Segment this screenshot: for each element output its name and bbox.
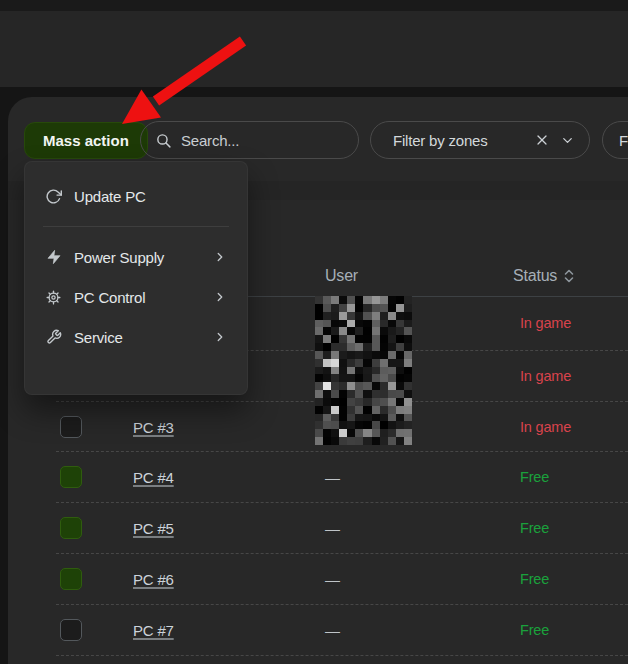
search-icon (155, 132, 172, 149)
pc-link[interactable]: PC #5 (133, 520, 174, 537)
search-field[interactable] (140, 121, 359, 159)
mass-action-button[interactable]: Mass action (24, 122, 148, 159)
status-label: Free (520, 469, 549, 485)
table-row: PC #6 — Free (56, 554, 628, 605)
menu-item-label: PC Control (74, 289, 213, 306)
mass-action-menu: Update PC Power Supply (24, 161, 248, 395)
user-cell: — (325, 520, 340, 537)
search-input[interactable] (181, 132, 331, 149)
chevron-right-icon (213, 250, 227, 264)
top-bar (0, 11, 628, 87)
zone-filter-dropdown[interactable]: Filter by zones (370, 121, 590, 159)
status-label: In game (520, 419, 571, 435)
clear-filter-icon[interactable] (534, 132, 550, 148)
row-checkbox[interactable] (60, 466, 82, 488)
menu-item-label: Power Supply (74, 249, 213, 266)
user-cell: — (325, 622, 340, 639)
menu-item-label: Update PC (74, 188, 227, 205)
table-row: PC #7 — Free (56, 605, 628, 656)
censored-user-image (315, 296, 412, 445)
menu-item-service[interactable]: Service (25, 317, 247, 357)
window-top-strip (0, 0, 628, 11)
lightning-icon (45, 249, 62, 265)
user-cell: — (325, 469, 340, 486)
pc-link[interactable]: PC #4 (133, 469, 174, 486)
menu-item-power-supply[interactable]: Power Supply (25, 237, 247, 277)
column-header-status[interactable]: Status (513, 267, 574, 285)
menu-item-pc-control[interactable]: PC Control (25, 277, 247, 317)
chevron-right-icon (213, 330, 227, 344)
pc-link[interactable]: PC #3 (133, 418, 174, 435)
app-window: Mass action Filter by zones F User Statu… (0, 0, 628, 664)
row-checkbox[interactable] (60, 568, 82, 590)
table-row: PC #5 — Free (56, 503, 628, 554)
row-checkbox[interactable] (60, 619, 82, 641)
status-label: In game (520, 368, 571, 384)
gear-icon (45, 289, 62, 306)
status-label: Free (520, 520, 549, 536)
row-checkbox[interactable] (60, 517, 82, 539)
refresh-icon (45, 188, 62, 205)
partial-filter-label: F (619, 132, 628, 149)
row-checkbox[interactable] (60, 416, 82, 438)
status-label: In game (520, 315, 571, 331)
column-header-status-label: Status (513, 267, 557, 285)
chevron-down-icon[interactable] (560, 133, 575, 148)
wrench-icon (45, 329, 62, 345)
status-label: Free (520, 622, 549, 638)
chevron-right-icon (213, 290, 227, 304)
menu-divider (43, 226, 229, 227)
table-row: PC #4 — Free (56, 452, 628, 503)
pc-link[interactable]: PC #7 (133, 622, 174, 639)
zone-filter-label: Filter by zones (393, 132, 524, 149)
sort-icon (564, 269, 574, 283)
menu-item-update-pc[interactable]: Update PC (25, 176, 247, 216)
status-label: Free (520, 571, 549, 587)
menu-item-label: Service (74, 329, 213, 346)
user-cell: — (325, 571, 340, 588)
pc-link[interactable]: PC #6 (133, 571, 174, 588)
column-header-user: User (325, 267, 358, 285)
